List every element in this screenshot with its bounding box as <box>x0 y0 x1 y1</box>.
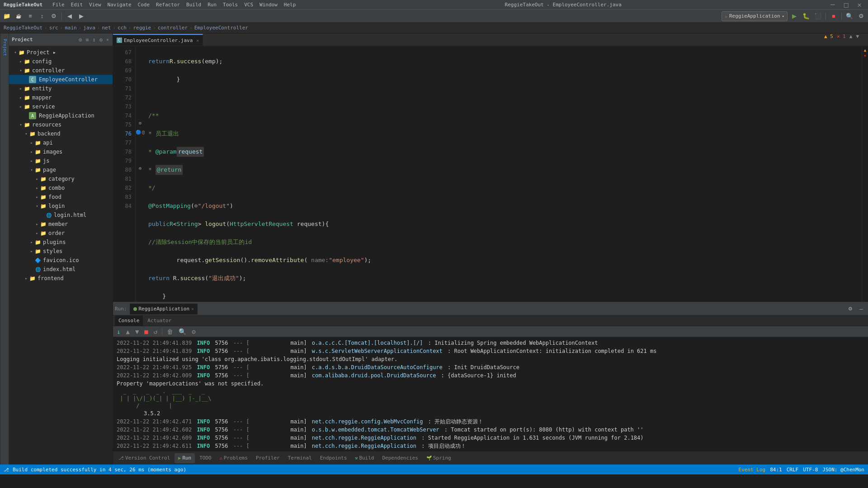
tree-item-plugins[interactable]: ▸ 📁 plugins <box>9 238 113 247</box>
warning-count[interactable]: ▲ 5 <box>824 33 833 39</box>
stop-run-btn[interactable]: ■ <box>142 327 150 336</box>
tree-item-employeecontroller[interactable]: C EmployeeController <box>9 75 113 84</box>
tree-item-member[interactable]: ▸ 📁 member <box>9 220 113 229</box>
menu-file[interactable]: File <box>50 1 67 9</box>
build-status[interactable]: Build completed successfully in 4 sec, 2… <box>13 467 186 473</box>
menu-help[interactable]: Help <box>281 1 299 9</box>
tree-item-frontend[interactable]: ▸ 📁 frontend <box>9 274 113 283</box>
indent-indicator[interactable]: JSON: @ChenMon <box>822 467 864 473</box>
menu-refactor[interactable]: Refactor <box>153 1 183 9</box>
scroll-down-btn[interactable]: ▼ <box>133 327 141 336</box>
tree-item-order[interactable]: ▸ 📁 order <box>9 229 113 238</box>
menu-tools[interactable]: Tools <box>220 1 241 9</box>
panel-settings-btn[interactable]: ⚙ <box>845 304 855 314</box>
toolbar-btn-6[interactable]: ◀ <box>65 11 75 21</box>
breadcrumb-java[interactable]: java <box>83 25 95 31</box>
run-button[interactable]: ▶ <box>789 11 799 21</box>
bottom-tab-version-control[interactable]: ⎇ Version Control <box>115 453 174 463</box>
toolbar-btn-2[interactable]: ☕ <box>14 11 24 21</box>
nav-up-btn[interactable]: ▲ <box>849 33 853 39</box>
code-content[interactable]: return R.success(emp); } /** * 员工退出 * @p… <box>145 46 862 302</box>
stop-button[interactable]: ■ <box>829 11 839 21</box>
tree-item-backend[interactable]: ▾ 📁 backend <box>9 129 113 138</box>
actuator-tab[interactable]: Actuator <box>144 315 175 326</box>
menu-vcs[interactable]: VCS <box>241 1 256 9</box>
minimize-button[interactable]: ─ <box>828 0 838 9</box>
toolbar-btn-5[interactable]: ⚙ <box>49 11 59 21</box>
breadcrumb-main[interactable]: main <box>65 25 77 31</box>
panel-layout-icon[interactable]: ≡ <box>85 36 90 44</box>
toolbar-btn-4[interactable]: ↕ <box>37 11 47 21</box>
event-log-btn[interactable]: Event Log <box>739 467 766 473</box>
tree-item-login[interactable]: ▾ 📁 login <box>9 202 113 211</box>
menu-code[interactable]: Code <box>135 1 153 9</box>
tree-item-page[interactable]: ▾ 📁 page <box>9 165 113 174</box>
menu-edit[interactable]: Edit <box>68 1 86 9</box>
filter-btn[interactable]: 🔍 <box>177 327 188 336</box>
breadcrumb-reggietakeout[interactable]: ReggieTakeOut <box>4 25 42 31</box>
console-output[interactable]: 2022-11-22 21:49:41.839 INFO 5756 --- [ … <box>113 337 868 451</box>
tab-employeecontroller[interactable]: C EmployeeController.java ✕ <box>113 34 203 46</box>
tree-item-entity[interactable]: ▸ 📁 entity <box>9 84 113 93</box>
bottom-tab-build[interactable]: ⚒ Build <box>351 453 377 463</box>
project-view-btn[interactable]: 📁 <box>2 11 12 21</box>
tree-item-controller[interactable]: ▾ 📁 controller <box>9 66 113 75</box>
line-col-indicator[interactable]: 84:1 <box>770 467 782 473</box>
breadcrumb-net[interactable]: net <box>102 25 111 31</box>
search-everywhere-btn[interactable]: 🔍 <box>844 11 854 21</box>
settings-run-btn[interactable]: ⚙ <box>190 327 197 336</box>
tree-item-api[interactable]: ▸ 📁 api <box>9 138 113 147</box>
breadcrumb-src[interactable]: src <box>49 25 58 31</box>
clear-console-btn[interactable]: 🗑 <box>165 327 175 336</box>
close-button[interactable]: ✕ <box>854 0 864 9</box>
bottom-tab-dependencies[interactable]: Dependencies <box>379 453 422 463</box>
bottom-tab-todo[interactable]: TODO <box>196 453 215 463</box>
bottom-tab-problems[interactable]: ⚠ Problems <box>216 453 251 463</box>
tree-item-service[interactable]: ▸ 📁 service <box>9 102 113 111</box>
tree-item-project[interactable]: ▾ 📁 Project ▸ <box>9 48 113 57</box>
menu-navigate[interactable]: Navigate <box>105 1 134 9</box>
bottom-tab-profiler[interactable]: Profiler <box>252 453 283 463</box>
bottom-tab-run[interactable]: ▶ Run <box>175 453 195 463</box>
tree-item-loginhtml[interactable]: 🌐 login.html <box>9 211 113 220</box>
bottom-tab-endpoints[interactable]: Endpoints <box>316 453 351 463</box>
bottom-tab-terminal[interactable]: Terminal <box>284 453 316 463</box>
bottom-tab-spring[interactable]: 🌱 Spring <box>423 453 455 463</box>
coverage-button[interactable]: ⬛ <box>813 11 823 21</box>
maximize-button[interactable]: □ <box>841 0 851 9</box>
tree-item-resources[interactable]: ▾ 📁 resources <box>9 120 113 129</box>
menu-bar[interactable]: ReggieTakeOut File Edit View Navigate Co… <box>4 1 298 9</box>
tree-item-images[interactable]: ▸ 📁 images <box>9 147 113 156</box>
breadcrumb-reggie[interactable]: reggie <box>133 25 151 31</box>
scroll-to-end-btn[interactable]: ↓ <box>115 327 122 336</box>
menu-window[interactable]: Window <box>257 1 280 9</box>
menu-build[interactable]: Build <box>184 1 204 9</box>
run-tab-close[interactable]: ✕ <box>191 306 194 311</box>
error-count[interactable]: ✕ 1 <box>837 33 846 39</box>
code-editor[interactable]: 67 68 69 70 71 72 73 74 75 76 77 78 79 8… <box>113 46 868 302</box>
panel-settings-icon[interactable]: ⚙ <box>78 36 83 44</box>
debug-button[interactable]: 🐛 <box>801 11 811 21</box>
tree-item-combo[interactable]: ▸ 📁 combo <box>9 183 113 192</box>
panel-close-icon[interactable]: ✕ <box>105 36 110 43</box>
line-ending-indicator[interactable]: CRLF <box>787 467 799 473</box>
menu-run[interactable]: Run <box>205 1 219 9</box>
toolbar-btn-7[interactable]: ▶ <box>76 11 86 21</box>
menu-view[interactable]: View <box>86 1 104 9</box>
tree-item-faviconico[interactable]: 🔷 favicon.ico <box>9 256 113 265</box>
encoding-indicator[interactable]: UTF-8 <box>803 467 818 473</box>
tree-item-mapper[interactable]: ▸ 📁 mapper <box>9 93 113 102</box>
tab-close-btn[interactable]: ✕ <box>196 38 199 43</box>
toolbar-btn-3[interactable]: ≡ <box>25 11 35 21</box>
run-config-selector[interactable]: ☕ ReggieApplication ▾ <box>722 11 788 21</box>
console-tab[interactable]: Console <box>115 315 143 326</box>
tree-item-styles[interactable]: ▸ 📁 styles <box>9 247 113 256</box>
rerun-btn[interactable]: ↺ <box>152 327 159 336</box>
tree-item-indexhtml[interactable]: 🌐 index.html <box>9 265 113 274</box>
panel-minimize-btn[interactable]: ─ <box>856 304 866 314</box>
breadcrumb-employeecontroller[interactable]: EmployeeController <box>194 25 248 31</box>
scroll-up-btn[interactable]: ▲ <box>124 327 131 336</box>
tree-item-config[interactable]: ▸ 📁 config <box>9 57 113 66</box>
panel-expand-icon[interactable]: ↕ <box>92 36 97 44</box>
nav-down-btn[interactable]: ▼ <box>856 33 859 39</box>
